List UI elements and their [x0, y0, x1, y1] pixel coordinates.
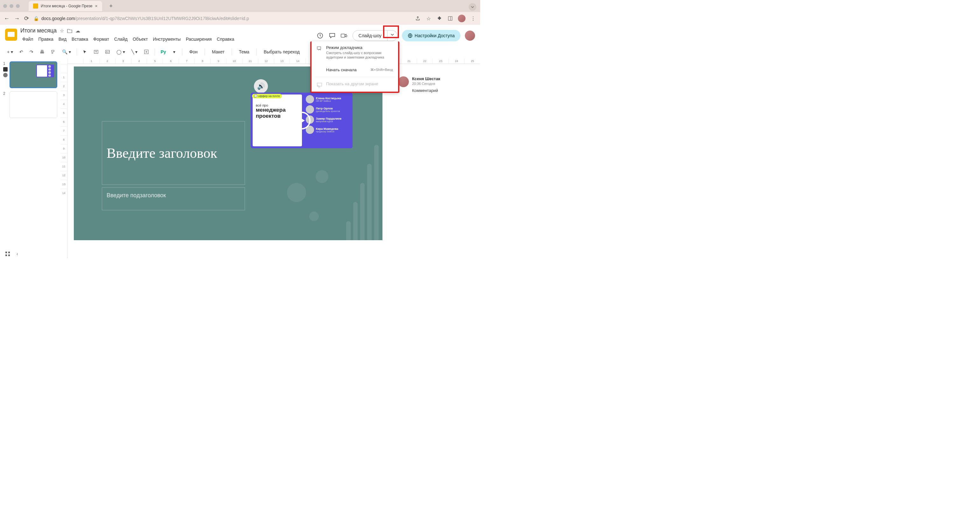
- slide-thumbnail-1[interactable]: [10, 61, 57, 88]
- grid-view-icon[interactable]: [5, 251, 10, 256]
- transition-button[interactable]: Выбрать переход: [261, 48, 303, 56]
- bookmark-icon[interactable]: ☆: [425, 15, 432, 22]
- menu-extensions[interactable]: Расширения: [184, 35, 213, 43]
- user-avatar-icon[interactable]: [465, 30, 475, 41]
- horizontal-ruler[interactable]: 1234567891011121314151617181920212223242…: [67, 58, 480, 64]
- image-icon[interactable]: [103, 48, 112, 56]
- presenter-mode-item[interactable]: Режим докладчика Смотреть слайд-шоу с во…: [312, 41, 398, 64]
- forward-icon[interactable]: →: [14, 15, 20, 22]
- redo-icon[interactable]: ↷: [28, 48, 35, 56]
- play-icon[interactable]: [293, 111, 310, 129]
- slides-favicon-icon: [33, 3, 38, 9]
- comments-icon[interactable]: [328, 32, 336, 40]
- globe-icon: [407, 33, 413, 38]
- history-icon[interactable]: [316, 32, 324, 40]
- menu-object[interactable]: Объект: [131, 35, 150, 43]
- move-folder-icon[interactable]: [67, 29, 72, 33]
- svg-rect-12: [8, 251, 10, 253]
- url-host: docs.google.com: [41, 16, 75, 21]
- dd-shortcut: ⌘+Shift+Ввод: [371, 68, 393, 72]
- slide-number: 1: [3, 61, 8, 66]
- comment-add-icon[interactable]: [142, 48, 151, 56]
- menu-slide[interactable]: Слайд: [112, 35, 129, 43]
- slideshow-button[interactable]: Слайд-шоу: [353, 30, 388, 41]
- subtitle-placeholder[interactable]: Введите подзаголовок: [102, 187, 245, 210]
- dd-desc: Смотреть слайд-шоу с вопросами аудитории…: [326, 51, 393, 60]
- print-icon[interactable]: 🖶: [38, 48, 46, 56]
- maximize-window-icon[interactable]: [16, 4, 20, 8]
- background-button[interactable]: Фон: [186, 48, 201, 56]
- side-panel-icon[interactable]: [447, 15, 453, 22]
- doc-title[interactable]: Итоги месяца: [21, 27, 57, 34]
- profile-avatar-icon[interactable]: [458, 14, 466, 22]
- shape-icon[interactable]: ◯ ▾: [115, 48, 127, 56]
- highlight-annotation: [383, 25, 399, 38]
- menu-insert[interactable]: Вставка: [70, 35, 90, 43]
- start-over-item[interactable]: Начать сначала ⌘+Shift+Ввод: [312, 64, 398, 76]
- person-row: Замир Пардалиеввыпускник курса: [306, 116, 351, 124]
- person-avatar-icon: [306, 95, 314, 103]
- menu-edit[interactable]: Правка: [36, 35, 55, 43]
- new-tab-button[interactable]: +: [107, 2, 116, 11]
- svg-rect-11: [5, 251, 7, 253]
- title-placeholder[interactable]: Введите заголовок: [102, 121, 245, 185]
- vertical-ruler[interactable]: 1234567891011121314: [60, 64, 67, 258]
- browser-tab[interactable]: Итоги месяца - Google Презе ×: [29, 1, 102, 11]
- divider: [256, 48, 257, 55]
- menu-help[interactable]: Справка: [215, 35, 236, 43]
- menu-tools[interactable]: Инструменты: [151, 35, 183, 43]
- extensions-icon[interactable]: [436, 15, 442, 22]
- close-window-icon[interactable]: [3, 4, 7, 8]
- line-icon[interactable]: ╲ ▾: [129, 48, 139, 56]
- share-page-icon[interactable]: [415, 15, 421, 22]
- zoom-icon[interactable]: 🔍 ▾: [60, 48, 73, 56]
- speaker-notes-icon[interactable]: Рy: [159, 48, 168, 56]
- menu-view[interactable]: Вид: [57, 35, 68, 43]
- audio-icon[interactable]: 🔊: [254, 79, 268, 93]
- subtitle-text: Введите подзаголовок: [107, 192, 166, 199]
- chevron-left-icon[interactable]: ‹: [16, 251, 18, 256]
- meet-icon[interactable]: [340, 32, 348, 40]
- paint-format-icon[interactable]: [49, 48, 57, 56]
- minimize-window-icon[interactable]: [10, 4, 13, 8]
- svg-rect-13: [5, 255, 7, 256]
- svg-rect-14: [8, 255, 10, 256]
- cast-icon: [317, 82, 322, 88]
- url-input[interactable]: 🔒 docs.google.com/presentation/d/1-qp78z…: [33, 16, 410, 21]
- tab-close-icon[interactable]: ×: [95, 3, 98, 9]
- svg-rect-10: [317, 83, 322, 86]
- select-tool-icon[interactable]: [81, 48, 89, 56]
- cloud-status-icon[interactable]: ☁: [75, 28, 80, 34]
- chevron-down-icon[interactable]: ▾: [170, 48, 178, 56]
- menu-format[interactable]: Формат: [91, 35, 111, 43]
- dd-label: Начать сначала: [326, 67, 357, 72]
- star-icon[interactable]: ☆: [60, 28, 64, 34]
- layout-button[interactable]: Макет: [209, 48, 228, 56]
- textbox-icon[interactable]: [92, 48, 100, 56]
- presenter-icon: [317, 46, 322, 51]
- divider: [205, 48, 205, 55]
- menu-file[interactable]: Файл: [21, 35, 35, 43]
- theme-button[interactable]: Тема: [236, 48, 253, 56]
- tab-bar: Итоги месяца - Google Презе × +: [0, 0, 480, 12]
- collapse-chevron-icon[interactable]: [469, 3, 476, 11]
- new-slide-button[interactable]: + ▾: [5, 48, 15, 56]
- browser-chrome: Итоги месяца - Google Презе × + ← → ⟳ 🔒 …: [0, 0, 480, 25]
- slideshow-dropdown-button[interactable]: [388, 30, 398, 41]
- comment-indicator-icon[interactable]: [3, 67, 8, 72]
- slides-logo-icon[interactable]: [5, 29, 17, 41]
- svg-rect-9: [317, 47, 321, 49]
- more-menu-icon[interactable]: ⋮: [470, 15, 476, 22]
- video-object[interactable]: 💬 оффер на почте всё про менеджера проек…: [251, 92, 353, 148]
- back-icon[interactable]: ←: [4, 15, 10, 22]
- lock-icon[interactable]: 🔒: [33, 16, 39, 21]
- comment-card[interactable]: Ксеня Шестак 20:36 Сегодня Комментарий: [398, 76, 477, 93]
- bottom-bar: ‹: [5, 251, 18, 256]
- url-bar: ← → ⟳ 🔒 docs.google.com/presentation/d/1…: [0, 12, 480, 25]
- share-button[interactable]: Настройки Доступа: [402, 30, 460, 41]
- slide-decoration: [281, 138, 382, 240]
- undo-icon[interactable]: ↶: [18, 48, 25, 56]
- slide-thumbnail-2[interactable]: [10, 91, 57, 118]
- link-indicator-icon[interactable]: [3, 73, 8, 77]
- reload-icon[interactable]: ⟳: [24, 15, 29, 22]
